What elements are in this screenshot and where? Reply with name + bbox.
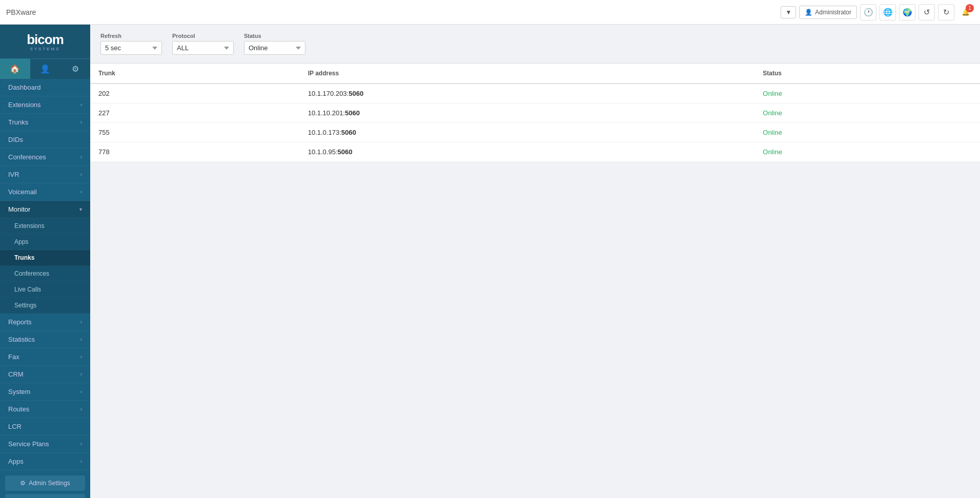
sidebar-item-conferences[interactable]: Conferences ›: [0, 149, 90, 166]
topbar-env-dropdown[interactable]: ▼: [781, 6, 796, 18]
sidebar-item-apps[interactable]: Apps ›: [0, 453, 90, 470]
sidebar-home-icon[interactable]: 🏠: [0, 59, 30, 79]
refresh-button[interactable]: ↺: [918, 4, 935, 20]
layout: bicom SYSTEMS 🏠 👤 ⚙ Dashboard Extensions…: [0, 25, 980, 498]
sidebar-item-reports[interactable]: Reports ›: [0, 314, 90, 331]
sidebar-item-trunks[interactable]: Trunks ›: [0, 114, 90, 131]
status-label: Status: [244, 33, 305, 39]
chevron-right-icon: ›: [80, 172, 82, 177]
sidebar-item-mon-settings[interactable]: Settings: [0, 298, 90, 314]
sidebar-item-service-plans[interactable]: Service Plans ›: [0, 435, 90, 453]
cell-status: Online: [754, 103, 980, 123]
col-trunk: Trunk: [90, 64, 300, 84]
sidebar-item-lcr[interactable]: LCR: [0, 418, 90, 435]
sidebar-item-dids[interactable]: DIDs: [0, 131, 90, 149]
sidebar-item-system[interactable]: System ›: [0, 383, 90, 401]
sidebar-item-label: IVR: [8, 171, 19, 178]
admin-label: Administrator: [815, 9, 851, 16]
sidebar-subitem-label: Trunks: [14, 254, 34, 261]
chevron-right-icon: ›: [80, 337, 82, 342]
chevron-right-icon: ›: [80, 189, 82, 195]
cell-ip: 10.1.170.203:5060: [300, 84, 755, 103]
chevron-right-icon: ›: [80, 371, 82, 377]
main-content: Refresh 5 sec 10 sec 30 sec 1 min Protoc…: [90, 25, 980, 498]
sidebar-item-mon-trunks[interactable]: Trunks: [0, 250, 90, 266]
admin-settings-label: Admin Settings: [29, 480, 70, 487]
col-status: Status: [754, 64, 980, 84]
sidebar-item-label: Trunks: [8, 118, 28, 126]
table-row[interactable]: 77810.1.0.95:5060Online: [90, 142, 980, 162]
protocol-filter-group: Protocol ALL SIP IAX: [172, 33, 234, 55]
sidebar-item-monitor[interactable]: Monitor ▾: [0, 201, 90, 218]
refresh2-button[interactable]: ↻: [938, 4, 954, 20]
sidebar-item-label: LCR: [8, 423, 22, 430]
sidebar-item-mon-extensions[interactable]: Extensions: [0, 218, 90, 234]
refresh-label: Refresh: [100, 33, 162, 39]
chevron-right-icon: ›: [80, 441, 82, 447]
notification-button[interactable]: 🔔 1: [957, 4, 974, 20]
sidebar-item-mon-apps[interactable]: Apps: [0, 234, 90, 250]
sidebar-item-ivr[interactable]: IVR ›: [0, 166, 90, 183]
topbar-right: ▼ 👤 Administrator 🕐 🌐 🌍 ↺ ↻ 🔔 1: [781, 4, 974, 20]
sign-out-button[interactable]: ↪ Sign out: [5, 494, 85, 498]
protocol-label: Protocol: [172, 33, 234, 39]
sidebar-item-crm[interactable]: CRM ›: [0, 366, 90, 383]
refresh-filter-group: Refresh 5 sec 10 sec 30 sec 1 min: [100, 33, 162, 55]
sidebar-icon-bar: 🏠 👤 ⚙: [0, 58, 90, 79]
gear-icon: ⚙: [20, 480, 26, 487]
sidebar-subitem-label: Extensions: [14, 222, 45, 230]
chevron-right-icon: ›: [80, 354, 82, 360]
sidebar-subitem-label: Conferences: [14, 270, 49, 277]
cell-trunk: 778: [90, 142, 300, 162]
chevron-down-icon: ▾: [79, 206, 82, 212]
sidebar-item-label: Reports: [8, 318, 32, 326]
table-row[interactable]: 20210.1.170.203:5060Online: [90, 84, 980, 103]
sidebar-item-mon-livecalls[interactable]: Live Calls: [0, 282, 90, 298]
sidebar: bicom SYSTEMS 🏠 👤 ⚙ Dashboard Extensions…: [0, 25, 90, 498]
chevron-right-icon: ›: [80, 406, 82, 412]
status-filter-group: Status Online Offline All: [244, 33, 305, 55]
sidebar-subitem-label: Live Calls: [14, 286, 41, 293]
globe-button[interactable]: 🌐: [880, 4, 896, 20]
filter-bar: Refresh 5 sec 10 sec 30 sec 1 min Protoc…: [90, 25, 980, 64]
table-row[interactable]: 22710.1.10.201:5060Online: [90, 103, 980, 123]
sidebar-item-label: Routes: [8, 405, 29, 413]
content-area: Refresh 5 sec 10 sec 30 sec 1 min Protoc…: [90, 25, 980, 498]
cell-ip: 10.1.0.173:5060: [300, 123, 755, 142]
sidebar-gear-icon[interactable]: ⚙: [60, 59, 90, 79]
sidebar-item-mon-conferences[interactable]: Conferences: [0, 266, 90, 282]
chevron-right-icon: ›: [80, 102, 82, 108]
sidebar-subitem-label: Settings: [14, 302, 36, 309]
table-row[interactable]: 75510.1.0.173:5060Online: [90, 123, 980, 142]
logo-sub: SYSTEMS: [27, 47, 64, 51]
sidebar-item-routes[interactable]: Routes ›: [0, 401, 90, 418]
sidebar-user-icon[interactable]: 👤: [30, 59, 60, 79]
cell-trunk: 755: [90, 123, 300, 142]
sidebar-item-dashboard[interactable]: Dashboard: [0, 79, 90, 96]
cell-trunk: 202: [90, 84, 300, 103]
protocol-select[interactable]: ALL SIP IAX: [172, 41, 234, 55]
globe2-button[interactable]: 🌍: [899, 4, 915, 20]
sidebar-item-label: System: [8, 388, 30, 396]
admin-settings-button[interactable]: ⚙ Admin Settings: [5, 475, 85, 491]
sidebar-item-extensions[interactable]: Extensions ›: [0, 96, 90, 114]
notification-badge: 1: [966, 4, 974, 12]
sidebar-item-fax[interactable]: Fax ›: [0, 348, 90, 366]
sidebar-item-voicemail[interactable]: Voicemail ›: [0, 183, 90, 201]
cell-ip: 10.1.0.95:5060: [300, 142, 755, 162]
admin-button[interactable]: 👤 Administrator: [799, 6, 857, 19]
sidebar-item-statistics[interactable]: Statistics ›: [0, 331, 90, 348]
sidebar-item-label: Voicemail: [8, 188, 37, 196]
table-header-row: Trunk IP address Status: [90, 64, 980, 84]
status-select[interactable]: Online Offline All: [244, 41, 305, 55]
sidebar-item-label: Dashboard: [8, 84, 41, 91]
chevron-right-icon: ›: [80, 154, 82, 160]
sidebar-bottom: ⚙ Admin Settings ↪ Sign out: [0, 470, 90, 498]
logo-main: bicom: [27, 32, 64, 48]
refresh-select[interactable]: 5 sec 10 sec 30 sec 1 min: [100, 41, 162, 55]
sidebar-subitem-label: Apps: [14, 238, 28, 245]
sidebar-item-label: Apps: [8, 458, 24, 465]
trunks-table: Trunk IP address Status 20210.1.170.203:…: [90, 64, 980, 162]
sidebar-item-label: DIDs: [8, 136, 23, 143]
clock-button[interactable]: 🕐: [860, 4, 876, 20]
